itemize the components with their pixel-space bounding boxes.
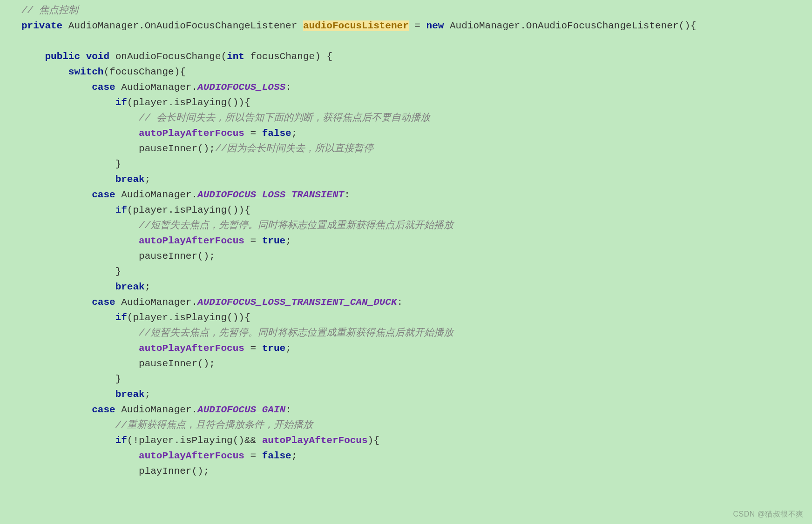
code-token-pt: ; bbox=[145, 282, 151, 292]
code-token-pt: AudioManager. bbox=[115, 297, 197, 308]
code-token-pt bbox=[21, 113, 139, 123]
code-token-pt: pauseInner(); bbox=[21, 358, 215, 369]
code-token-pt bbox=[21, 220, 139, 231]
code-token-pt: ; bbox=[291, 450, 298, 461]
code-token-pt bbox=[21, 343, 139, 354]
code-token-pt bbox=[21, 450, 139, 461]
code-token-pt: pauseInner(); bbox=[21, 143, 215, 154]
watermark-text: CSDN @猫叔很不爽 bbox=[733, 510, 804, 519]
code-token-fld: autoPlayAfterFocus bbox=[139, 450, 244, 461]
code-token-pt: AudioManager. bbox=[115, 82, 197, 93]
code-token-kw: if bbox=[115, 205, 127, 215]
code-token-cm: // 会长时间失去，所以告知下面的判断，获得焦点后不要自动播放 bbox=[139, 113, 430, 123]
code-token-pt: } bbox=[21, 374, 121, 384]
code-token-pt bbox=[80, 51, 86, 62]
code-token-fld: autoPlayAfterFocus bbox=[139, 128, 244, 139]
code-token-pt: } bbox=[21, 266, 121, 277]
code-token-pt: (player.isPlaying()){ bbox=[127, 205, 250, 215]
code-token-bool: false bbox=[262, 128, 291, 139]
code-token-pt bbox=[21, 328, 139, 338]
code-token-pt bbox=[21, 97, 115, 108]
code-token-pt bbox=[21, 312, 115, 323]
code-token-pt: = bbox=[244, 128, 262, 139]
code-token-pt: focusChange) { bbox=[244, 51, 332, 62]
code-token-fld: autoPlayAfterFocus bbox=[262, 435, 368, 446]
code-token-pt: ; bbox=[285, 343, 291, 354]
code-token-pt: = bbox=[244, 450, 262, 461]
code-token-pt: playInner(); bbox=[21, 466, 209, 477]
code-token-pt: (!player.isPlaying()&& bbox=[127, 435, 262, 446]
code-token-pt: : bbox=[344, 189, 350, 200]
code-token-kw: break bbox=[115, 174, 145, 185]
code-token-pt bbox=[109, 51, 115, 62]
code-token-pt: : bbox=[285, 82, 291, 93]
code-token-cm: //短暂失去焦点，先暂停。同时将标志位置成重新获得焦点后就开始播放 bbox=[139, 220, 453, 231]
code-token-kw: switch bbox=[68, 67, 104, 77]
code-token-pt bbox=[21, 282, 115, 292]
code-token-pt: = bbox=[409, 20, 426, 31]
code-token-pt: (){ bbox=[678, 20, 696, 31]
code-token-pt: ; bbox=[145, 389, 151, 400]
code-token-pt bbox=[21, 297, 92, 308]
code-token-kw: void bbox=[86, 51, 109, 62]
code-token-pt: (focusChange){ bbox=[103, 67, 185, 77]
code-token-pt bbox=[21, 128, 139, 139]
code-token-fld: autoPlayAfterFocus bbox=[139, 343, 244, 354]
code-token-pt: = bbox=[244, 343, 262, 354]
code-token-hl: audioFocusListener bbox=[303, 20, 409, 31]
code-token-kw: new bbox=[426, 20, 444, 31]
code-token-kw: if bbox=[115, 435, 127, 446]
code-token-pt bbox=[21, 67, 68, 77]
code-token-ty: AudioManager.OnAudioFocusChangeListener bbox=[68, 20, 297, 31]
code-token-pt bbox=[21, 389, 115, 400]
code-token-pt: ; bbox=[291, 128, 298, 139]
code-token-kw: break bbox=[115, 389, 145, 400]
code-token-ty: onAudioFocusChange bbox=[115, 51, 221, 62]
code-token-fld: autoPlayAfterFocus bbox=[139, 235, 244, 246]
code-token-bool: false bbox=[262, 450, 291, 461]
code-token-cm: //重新获得焦点，且符合播放条件，开始播放 bbox=[115, 420, 313, 430]
code-token-pt bbox=[21, 205, 115, 215]
code-token-pt: : bbox=[285, 404, 291, 415]
code-token-pt bbox=[21, 174, 115, 185]
java-code-snippet: // 焦点控制 private AudioManager.OnAudioFocu… bbox=[0, 0, 812, 479]
code-token-kw: case bbox=[92, 297, 115, 308]
code-token-const: AUDIOFOCUS_LOSS_TRANSIENT_CAN_DUCK bbox=[197, 297, 397, 308]
code-token-pt bbox=[21, 189, 92, 200]
code-token-pt bbox=[21, 420, 115, 430]
code-token-kw: public bbox=[45, 51, 80, 62]
code-token-pt bbox=[21, 404, 92, 415]
code-token-ty: AudioManager.OnAudioFocusChangeListener bbox=[450, 20, 678, 31]
code-token-pt: } bbox=[21, 159, 121, 169]
code-token-pt: ){ bbox=[368, 435, 379, 446]
code-token-cm: //因为会长时间失去，所以直接暂停 bbox=[215, 143, 373, 154]
code-token-kw: if bbox=[115, 312, 127, 323]
code-token-cm: //短暂失去焦点，先暂停。同时将标志位置成重新获得焦点后就开始播放 bbox=[139, 328, 453, 338]
code-token-pt: ( bbox=[221, 51, 227, 62]
code-token-pt: = bbox=[244, 235, 262, 246]
code-token-kw: private bbox=[21, 20, 62, 31]
code-token-pt: pauseInner(); bbox=[21, 251, 215, 262]
code-token-pt: (player.isPlaying()){ bbox=[127, 97, 250, 108]
code-token-pt bbox=[297, 20, 303, 31]
code-token-pt: ; bbox=[145, 174, 151, 185]
code-token-pt bbox=[21, 51, 45, 62]
code-token-pt: (player.isPlaying()){ bbox=[127, 312, 250, 323]
code-token-pt bbox=[444, 20, 450, 31]
code-token-kw: int bbox=[227, 51, 244, 62]
code-token-pt bbox=[21, 82, 92, 93]
code-token-bool: true bbox=[262, 235, 285, 246]
code-token-cm: // 焦点控制 bbox=[21, 5, 78, 16]
code-token-pt: ; bbox=[285, 235, 291, 246]
code-token-pt: AudioManager. bbox=[115, 404, 197, 415]
code-token-pt bbox=[62, 20, 68, 31]
code-token-pt bbox=[21, 235, 139, 246]
code-token-kw: case bbox=[92, 82, 115, 93]
code-token-kw: break bbox=[115, 282, 145, 292]
code-token-pt bbox=[21, 435, 115, 446]
code-token-pt: : bbox=[397, 297, 403, 308]
code-token-bool: true bbox=[262, 343, 285, 354]
code-token-kw: case bbox=[92, 189, 115, 200]
code-token-const: AUDIOFOCUS_GAIN bbox=[197, 404, 285, 415]
code-token-const: AUDIOFOCUS_LOSS bbox=[197, 82, 285, 93]
